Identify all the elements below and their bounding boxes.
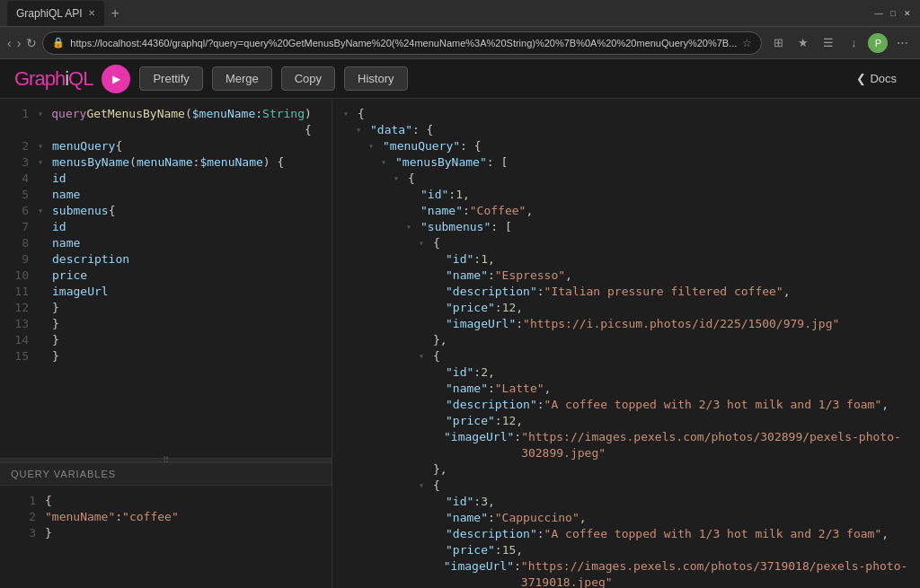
maximize-button[interactable]: □ (888, 8, 898, 19)
json-token: , (488, 494, 495, 510)
json-token: : (488, 268, 495, 284)
json-token: "submenus" (420, 219, 491, 235)
address-bar-icons: ⊞ ★ ☰ ↓ P ⋯ (767, 32, 913, 54)
downloads-icon[interactable]: ↓ (843, 32, 864, 54)
fold-button (38, 251, 49, 268)
browser-tab[interactable]: GraphiQL API ✕ (7, 1, 104, 26)
json-token: "price" (446, 300, 495, 316)
line-number: 15 (7, 348, 29, 364)
variables-editor[interactable]: 1{2 "menuName": "coffee"3} (0, 486, 332, 588)
run-button[interactable]: ▶ (102, 65, 130, 93)
line-number: 3 (14, 525, 36, 541)
json-token: "Espresso" (495, 268, 565, 284)
tab-area: GraphiQL API ✕ + (7, 1, 866, 26)
json-indent (343, 397, 431, 413)
line-number: 10 (7, 268, 29, 284)
json-indent (343, 332, 419, 348)
history-button[interactable]: History (344, 66, 407, 91)
address-bar: ‹ › ↻ 🔒 https://localhost:44360/graphql/… (0, 27, 920, 59)
forward-button[interactable]: › (17, 32, 22, 54)
code-line: 9 description (0, 251, 332, 268)
graphiql-toolbar: GraphiQL ▶ Prettify Merge Copy History ❮… (0, 59, 920, 99)
code-token: menuQuery (52, 138, 115, 154)
json-token: "id" (446, 251, 473, 268)
json-token: "name" (446, 268, 488, 284)
fold-button[interactable]: ▾ (38, 106, 48, 138)
code-line: 6▾ submenus { (0, 203, 332, 219)
extensions-icon[interactable]: ⊞ (767, 32, 789, 54)
json-token: 12 (502, 300, 517, 316)
json-token: : (514, 429, 521, 461)
query-editor[interactable]: 1▾query GetMenusByName ($menuName: Strin… (0, 99, 332, 458)
code-line: 3▾ menusByName (menuName: $menuName) { (0, 154, 332, 171)
json-fold-button[interactable]: ▾ (394, 171, 404, 187)
line-number: 3 (7, 154, 29, 171)
json-indent (343, 154, 381, 171)
json-fold-button (431, 300, 442, 316)
line-number: 7 (7, 219, 29, 235)
profile-avatar[interactable]: P (868, 33, 888, 53)
fold-button[interactable]: ▾ (38, 138, 49, 154)
json-fold-button[interactable]: ▾ (419, 348, 429, 364)
close-window-button[interactable]: ✕ (902, 8, 913, 19)
docs-label: Docs (870, 72, 897, 85)
json-token: : (495, 300, 502, 316)
json-indent (343, 268, 431, 284)
json-fold-button (431, 558, 440, 588)
json-fold-button[interactable]: ▾ (419, 478, 429, 494)
json-line: ▾"submenus": [ (332, 219, 920, 235)
json-fold-button (431, 429, 440, 461)
fold-button (38, 187, 49, 203)
code-line: 8 name (0, 235, 332, 251)
json-line: "id": 1, (332, 251, 920, 268)
json-fold-button[interactable]: ▾ (406, 219, 417, 235)
left-panel: 1▾query GetMenusByName ($menuName: Strin… (0, 99, 332, 588)
json-fold-button (431, 542, 442, 558)
json-fold-button[interactable]: ▾ (343, 106, 354, 122)
json-token: "description" (446, 397, 537, 413)
back-button[interactable]: ‹ (7, 32, 12, 54)
minimize-button[interactable]: — (873, 8, 884, 19)
json-indent (343, 364, 431, 381)
json-token: 12 (502, 413, 517, 429)
copy-button[interactable]: Copy (281, 66, 335, 91)
json-fold-button[interactable]: ▾ (356, 122, 367, 138)
json-fold-button[interactable]: ▾ (419, 235, 429, 251)
json-token: : (516, 316, 523, 332)
json-fold-button (431, 251, 442, 268)
fold-button[interactable]: ▾ (38, 154, 49, 171)
tab-close-button[interactable]: ✕ (88, 8, 95, 18)
json-fold-button[interactable]: ▾ (368, 138, 379, 154)
json-token: "name" (446, 381, 488, 397)
new-tab-button[interactable]: + (104, 2, 127, 25)
line-number: 4 (7, 171, 29, 187)
favorites-icon[interactable]: ★ (792, 32, 814, 54)
json-fold-button[interactable]: ▾ (381, 154, 392, 171)
json-token: : [ (491, 219, 511, 235)
line-number: 8 (7, 235, 29, 251)
json-fold-button (419, 461, 429, 478)
variable-line: 3} (7, 525, 324, 541)
json-token: , (463, 187, 470, 203)
json-token: : (473, 251, 481, 268)
docs-button[interactable]: ❮ Docs (847, 67, 906, 90)
json-indent (343, 203, 406, 219)
code-token: name (52, 235, 80, 251)
json-token: }, (433, 332, 447, 348)
json-fold-button (431, 381, 442, 397)
fold-button[interactable]: ▾ (38, 203, 49, 219)
settings-icon[interactable]: ⋯ (891, 32, 913, 54)
json-token: , (565, 268, 572, 284)
collections-icon[interactable]: ☰ (818, 32, 839, 54)
json-fold-button (431, 494, 442, 510)
url-bar[interactable]: 🔒 https://localhost:44360/graphql/?query… (42, 31, 762, 55)
json-token: "price" (446, 542, 495, 558)
logo-i: i (65, 67, 68, 90)
refresh-button[interactable]: ↻ (26, 32, 37, 54)
prettify-button[interactable]: Prettify (139, 66, 202, 91)
json-token: , (579, 510, 587, 526)
json-line: ▾"menusByName": [ (332, 154, 920, 171)
fold-button (38, 235, 49, 251)
merge-button[interactable]: Merge (212, 66, 272, 91)
fold-button (38, 348, 49, 364)
